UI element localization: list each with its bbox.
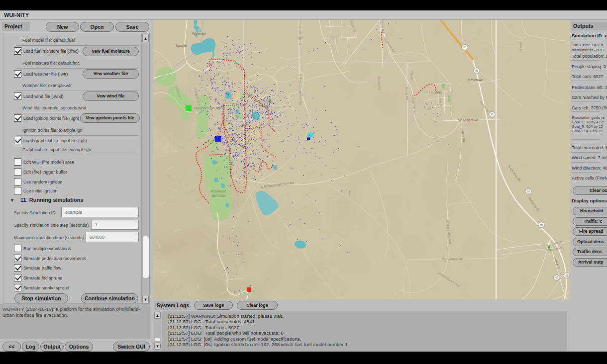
svg-text:Kittie Ln: Kittie Ln xyxy=(519,42,523,52)
svg-text:Roxborough Park: Roxborough Park xyxy=(195,106,224,110)
svg-text:Rio Grand Ave: Rio Grand Ave xyxy=(442,257,463,261)
svg-text:Waterton: Waterton xyxy=(192,32,206,35)
svg-text:Village: Village xyxy=(259,104,269,108)
svg-text:N Roxborough Par: N Roxborough Par xyxy=(299,20,302,45)
svg-text:85: 85 xyxy=(491,113,494,116)
svg-text:Roxborough: Roxborough xyxy=(255,99,273,103)
svg-text:Dunk: Dunk xyxy=(229,107,232,114)
svg-text:Louviers: Louviers xyxy=(429,91,442,94)
svg-text:Moore Rd: Moore Rd xyxy=(378,77,381,91)
svg-text:N Roxborough Park Rd: N Roxborough Park Rd xyxy=(299,74,302,105)
svg-text:Kellytown: Kellytown xyxy=(468,78,483,82)
svg-text:Kassler: Kassler xyxy=(176,44,188,47)
svg-text:Arrowhead: Arrowhead xyxy=(210,189,226,193)
svg-text:W Airport Rd: W Airport Rd xyxy=(458,118,478,122)
svg-text:Golf Club: Golf Club xyxy=(211,194,225,197)
svg-text:Moore Rd: Moore Rd xyxy=(381,20,385,33)
svg-text:85: 85 xyxy=(463,46,466,49)
svg-text:67: 67 xyxy=(555,276,558,279)
svg-text:85: 85 xyxy=(475,69,478,72)
svg-text:105: 105 xyxy=(564,274,569,277)
svg-text:Moore Rd: Moore Rd xyxy=(405,87,409,100)
svg-text:85: 85 xyxy=(540,223,543,226)
svg-text:85: 85 xyxy=(527,190,530,193)
